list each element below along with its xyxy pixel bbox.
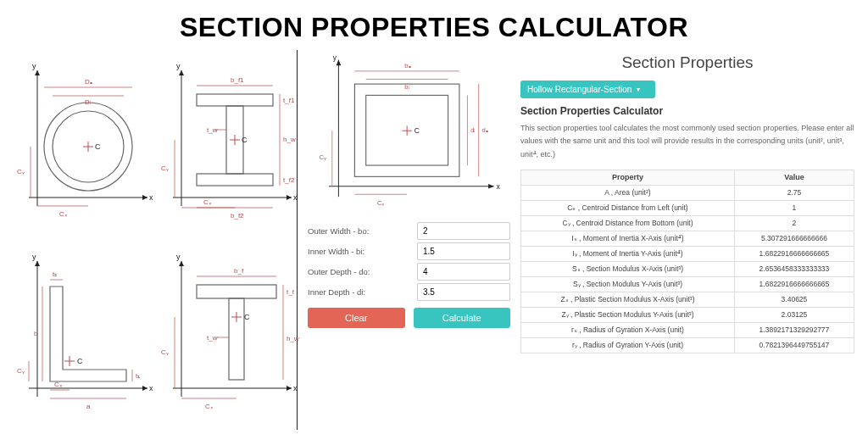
value-cell: 2 bbox=[734, 215, 854, 231]
value-cell: 2.75 bbox=[734, 185, 854, 200]
property-cell: Sᵧ , Section Modulus Y-Axis (unit³) bbox=[521, 276, 735, 292]
value-cell: 0.7821396449755147 bbox=[734, 337, 854, 353]
table-row: Cₓ , Centroid Distance from Left (unit)1 bbox=[521, 200, 854, 215]
table-row: Sᵧ , Section Modulus Y-Axis (unit³)1.682… bbox=[521, 276, 854, 292]
property-cell: Cₓ , Centroid Distance from Left (unit) bbox=[521, 200, 735, 215]
svg-rect-27 bbox=[197, 174, 273, 186]
value-cell: 5.307291666666666 bbox=[734, 231, 854, 246]
property-cell: Zᵧ , Plastic Section Modulus Y-Axis (uni… bbox=[521, 307, 735, 322]
table-row: rₓ , Radius of Gyration X-Axis (unit)1.3… bbox=[521, 322, 854, 337]
svg-text:y: y bbox=[333, 53, 337, 62]
calculate-button[interactable]: Calculate bbox=[414, 308, 511, 328]
svg-marker-94 bbox=[337, 60, 342, 66]
diagram-angle: xy C t₂ b t₁ a Cₓ Cᵧ bbox=[12, 244, 156, 430]
table-row: rᵧ , Radius of Gyration Y-Axis (unit)0.7… bbox=[521, 337, 854, 353]
svg-text:Dᵢ: Dᵢ bbox=[85, 98, 91, 106]
input-di[interactable] bbox=[417, 283, 510, 301]
svg-text:Cᵧ: Cᵧ bbox=[17, 367, 25, 375]
th-property: Property bbox=[521, 170, 735, 185]
property-cell: rᵧ , Radius of Gyration Y-Axis (unit) bbox=[521, 337, 735, 353]
svg-text:y: y bbox=[176, 62, 181, 70]
svg-marker-3 bbox=[35, 70, 40, 75]
svg-text:t_f1: t_f1 bbox=[283, 97, 295, 104]
svg-text:C: C bbox=[242, 136, 248, 144]
field-outer-width: Outer Width - bo: bbox=[308, 222, 510, 240]
property-cell: Zₓ , Plastic Section Modulus X-Axis (uni… bbox=[521, 292, 735, 307]
svg-text:Cᵧ: Cᵧ bbox=[161, 348, 169, 356]
svg-text:Dₒ: Dₒ bbox=[85, 78, 92, 86]
svg-text:t_f: t_f bbox=[287, 288, 295, 296]
svg-text:b_f: b_f bbox=[234, 267, 244, 275]
field-outer-depth: Outer Depth - do: bbox=[308, 263, 510, 281]
svg-marker-71 bbox=[179, 261, 184, 266]
table-row: Iₓ , Moment of Inertia X-Axis (unit⁴)5.3… bbox=[521, 231, 854, 246]
svg-marker-69 bbox=[287, 386, 292, 391]
svg-text:Cₓ: Cₓ bbox=[203, 198, 212, 206]
value-cell: 1.6822916666666665 bbox=[734, 246, 854, 261]
input-do[interactable] bbox=[417, 263, 510, 281]
svg-text:y: y bbox=[176, 253, 181, 261]
svg-text:b_f1: b_f1 bbox=[231, 76, 244, 84]
svg-text:Cᵧ: Cᵧ bbox=[320, 153, 326, 161]
value-cell: 1.6822916666666665 bbox=[734, 276, 854, 292]
chevron-down-icon: ▾ bbox=[637, 86, 640, 93]
table-row: Zᵧ , Plastic Section Modulus Y-Axis (uni… bbox=[521, 307, 854, 322]
svg-text:t_w: t_w bbox=[207, 334, 218, 342]
svg-text:h_w: h_w bbox=[287, 335, 299, 342]
th-value: Value bbox=[734, 170, 854, 185]
svg-text:x: x bbox=[149, 384, 153, 392]
svg-rect-74 bbox=[197, 285, 276, 298]
field-inner-width: Inner Width - bi: bbox=[308, 242, 510, 260]
svg-text:dₒ: dₒ bbox=[482, 126, 488, 134]
svg-text:h_w: h_w bbox=[283, 136, 296, 143]
svg-marker-20 bbox=[287, 195, 292, 200]
value-cell: 1.3892171329292777 bbox=[734, 322, 854, 337]
property-cell: Iₓ , Moment of Inertia X-Axis (unit⁴) bbox=[521, 231, 735, 246]
input-bi[interactable] bbox=[417, 242, 510, 260]
svg-text:b: b bbox=[34, 330, 38, 337]
value-cell: 2.6536458333333333 bbox=[734, 261, 854, 276]
value-cell: 2.03125 bbox=[734, 307, 854, 322]
diagram-hollow-rect: xy C bₒ bᵢ dᵢ dₒ Cᵧ Cₓ bbox=[308, 53, 510, 214]
table-row: Zₓ , Plastic Section Modulus X-Axis (uni… bbox=[521, 292, 854, 307]
table-row: Iᵧ , Moment of Inertia Y-Axis (unit⁴)1.6… bbox=[521, 246, 854, 261]
svg-text:Cₓ: Cₓ bbox=[205, 403, 214, 410]
label-bi: Inner Width - bi: bbox=[308, 247, 417, 256]
table-row: Cᵧ , Centroid Distance from Bottom (unit… bbox=[521, 215, 854, 231]
label-bo: Outer Width - bo: bbox=[308, 226, 417, 236]
results-subheading: Section Properties Calculator bbox=[520, 105, 854, 117]
input-bo[interactable] bbox=[417, 222, 510, 240]
property-cell: rₓ , Radius of Gyration X-Axis (unit) bbox=[521, 322, 735, 337]
svg-text:bₒ: bₒ bbox=[404, 62, 410, 70]
results-description: This section properties tool calculates … bbox=[520, 122, 854, 161]
diagram-tee: xy C b_f t_f t_w h_w Cᵧ Cₓ bbox=[156, 244, 300, 430]
diagram-i-beam: xy C b_f1 t_f1 t_w h_w t_f2 b_f2 Cᵧ Cₓ bbox=[156, 53, 300, 239]
svg-text:Cₓ: Cₓ bbox=[377, 199, 385, 207]
svg-text:C: C bbox=[77, 357, 83, 365]
svg-marker-48 bbox=[142, 386, 147, 391]
svg-text:y: y bbox=[32, 253, 36, 261]
section-type-select[interactable]: Hollow Rectangular-Section ▾ bbox=[520, 81, 655, 98]
svg-text:t_f2: t_f2 bbox=[283, 176, 295, 184]
svg-text:x: x bbox=[293, 193, 298, 202]
label-di: Inner Depth - di: bbox=[308, 287, 417, 297]
svg-text:y: y bbox=[32, 62, 36, 70]
svg-text:x: x bbox=[149, 193, 153, 202]
property-cell: Sₓ , Section Modulus X-Axis (unit³) bbox=[521, 261, 735, 276]
svg-rect-75 bbox=[229, 298, 244, 380]
svg-marker-22 bbox=[179, 70, 184, 75]
page-title: SECTION PROPERTIES CALCULATOR bbox=[0, 0, 868, 50]
svg-text:Cₓ: Cₓ bbox=[59, 210, 68, 218]
svg-text:t₁: t₁ bbox=[136, 372, 140, 380]
svg-text:t_w: t_w bbox=[207, 126, 218, 134]
label-do: Outer Depth - do: bbox=[308, 267, 417, 276]
svg-text:t₂: t₂ bbox=[53, 270, 57, 278]
svg-marker-92 bbox=[488, 184, 494, 189]
svg-text:x: x bbox=[497, 182, 501, 191]
svg-text:C: C bbox=[415, 126, 420, 135]
clear-button[interactable]: Clear bbox=[308, 308, 405, 328]
svg-text:Cᵧ: Cᵧ bbox=[161, 164, 169, 172]
svg-text:Cᵧ: Cᵧ bbox=[17, 168, 25, 175]
value-cell: 3.40625 bbox=[734, 292, 854, 307]
table-row: Sₓ , Section Modulus X-Axis (unit³)2.653… bbox=[521, 261, 854, 276]
